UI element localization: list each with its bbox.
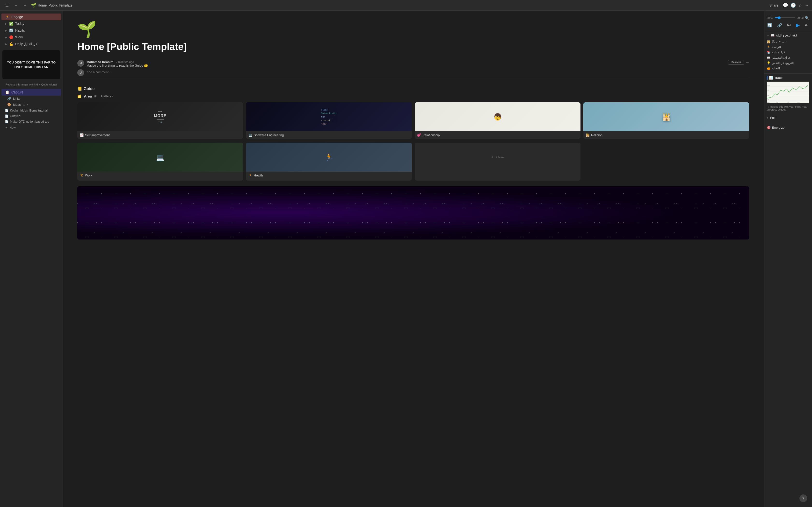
fiqh-emoji: 📖 xyxy=(771,34,774,37)
more-icon[interactable]: ··· xyxy=(805,3,808,8)
audio-next-button[interactable]: ⏭ xyxy=(804,22,809,28)
rpanel-item-riyada[interactable]: 🏃 الرياضة xyxy=(767,44,809,50)
audio-time-end: 00:00 xyxy=(797,16,804,19)
today-label: Today xyxy=(15,22,24,25)
fajr-section: ▶ Fajr xyxy=(764,113,812,123)
new-card-label: + New xyxy=(495,156,504,159)
sidebar-caption: - Replace this image with indify Quote w… xyxy=(0,82,63,89)
audio-refresh-button[interactable]: 🔄 xyxy=(767,22,773,28)
energize-emoji: 🎯 xyxy=(767,126,771,129)
gallery-card-work[interactable]: 💻 🏋️ Work xyxy=(77,143,243,181)
svg-text:Apr: Apr xyxy=(776,101,778,103)
comment-area: M Mohamed Ibrahim 2 minutes ago Maybe th… xyxy=(77,57,749,79)
fajr-arrow-icon: ▶ xyxy=(767,116,769,119)
sidebar-item-habits[interactable]: ▶ 🔄 Habits xyxy=(1,27,61,34)
sidebar-new-button[interactable]: ＋ New xyxy=(0,124,63,131)
rpanel-item-tarwih[interactable]: 💡 الترويح عن النفس xyxy=(767,60,809,66)
card-image-relationship: 👦 xyxy=(415,102,580,131)
sidebar-item-engage[interactable]: 🏃 Engage xyxy=(1,13,61,20)
today-emoji: ✅ xyxy=(9,22,13,25)
guide-section: 📒 Guide 🗂️ Area ⊞ Gallery ▾ DO xyxy=(77,87,749,181)
engage-emoji: 🏃 xyxy=(5,15,9,19)
avatar-author: M xyxy=(77,60,84,67)
sidebar-page-kotlin[interactable]: 📄 Kotlin hidden Gems tutorial xyxy=(0,108,63,113)
back-button[interactable]: ← xyxy=(12,2,19,8)
svg-rect-0 xyxy=(767,82,809,103)
riyada-label: الرياضة xyxy=(772,45,781,49)
track-header: 📊 Track xyxy=(767,76,809,80)
audio-play-button[interactable]: ▶ xyxy=(796,22,800,29)
guide-emoji: 📒 xyxy=(77,87,82,91)
qiraa-takhs-label: قراءة التخصص xyxy=(772,56,790,59)
track-emoji: 📊 xyxy=(769,76,773,80)
new-plus-card-icon: ＋ xyxy=(491,155,495,160)
page-icon-kotlin: 📄 xyxy=(5,109,8,112)
gallery-card-software[interactable]: class MainActivity fun create() "dev" 💻 … xyxy=(246,102,412,139)
card-label-relationship: 💕 Relationship xyxy=(415,131,580,139)
sidebar-page-untitled[interactable]: 📄 Untitled xyxy=(0,113,63,119)
card-emoji-relationship: 💕 xyxy=(417,133,421,137)
track-chart: Jan Apr Jul Oct 100 75 50 25 xyxy=(767,81,809,103)
audio-search-icon[interactable]: 🔍 xyxy=(805,16,809,20)
sidebar-page-gtd[interactable]: 📄 Make GTD notion based tee xyxy=(0,119,63,124)
ideas-icon: ⊞ xyxy=(23,103,25,107)
card-emoji-religion: 🕌 xyxy=(586,133,590,137)
star-icon[interactable]: ☆ xyxy=(798,3,802,8)
sidebar-item-capture[interactable]: 📋 Capture xyxy=(1,89,61,96)
audio-prev-button[interactable]: ⏮ xyxy=(786,22,792,28)
fajr-header[interactable]: ▶ Fajr xyxy=(767,116,809,119)
comment-row: M Mohamed Ibrahim 2 minutes ago Maybe th… xyxy=(77,60,749,67)
more-options-button[interactable]: ··· xyxy=(746,60,749,65)
area-title: Area xyxy=(84,94,92,98)
gallery-card-religion[interactable]: 🕌 🕌 Religion xyxy=(583,102,749,139)
audio-time-row: 00:00 00:00 🔍 xyxy=(767,16,809,20)
gallery-card-relationship[interactable]: 👦 💕 Relationship xyxy=(415,102,580,139)
gallery-card-health[interactable]: 🏃 🏃 Health xyxy=(246,143,412,181)
audio-progress-bar[interactable] xyxy=(775,17,796,18)
page-label-untitled: Untitled xyxy=(10,114,20,118)
track-label: Track xyxy=(774,76,782,80)
engage-label: Engage xyxy=(11,15,23,19)
help-button[interactable]: ? xyxy=(800,495,807,502)
daily-label: Daily أقل القليل xyxy=(15,42,39,46)
ideas-label: Ideas xyxy=(13,103,21,107)
add-comment-input[interactable] xyxy=(87,69,749,75)
space-section xyxy=(77,186,749,239)
sidebar-item-daily[interactable]: ▶ 💪 Daily أقل القليل xyxy=(1,41,61,47)
svg-text:75: 75 xyxy=(767,90,769,91)
rpanel-item-qiraa-amma[interactable]: 📚 قراءة عامة xyxy=(767,50,809,55)
habits-label: Habits xyxy=(15,29,25,32)
share-button[interactable]: Share xyxy=(767,2,780,8)
energize-header[interactable]: 🎯 Energize xyxy=(767,126,809,129)
motivational-box: YOU DIDN'T COME THIS FAR TO ONLY COME TH… xyxy=(2,50,60,79)
comment-icon[interactable]: 💬 xyxy=(783,3,788,8)
sidebar-item-ideas[interactable]: 🎨 Ideas ⊞ ▾ xyxy=(1,102,61,108)
forward-button[interactable]: → xyxy=(22,2,29,8)
sunnan-emoji: 🕌 xyxy=(767,40,770,44)
svg-text:50: 50 xyxy=(767,95,769,96)
sidebar-item-today[interactable]: ▶ ✅ Today xyxy=(1,20,61,27)
svg-text:100: 100 xyxy=(767,85,770,87)
resolve-button[interactable]: Resolve xyxy=(728,60,744,65)
right-panel: 00:00 00:00 🔍 🔄 🔗 ⏮ ▶ ⏭ ▼ 📖 فقه xyxy=(764,11,812,507)
rpanel-item-sunnan[interactable]: 🕌 سنن النبي ﷺ xyxy=(767,39,809,44)
rpanel-fiqh-header[interactable]: ▼ 📖 فقه اليوم والليلة xyxy=(767,34,809,37)
audio-link-button[interactable]: 🔗 xyxy=(777,22,782,28)
card-label-religion: 🕌 Religion xyxy=(583,131,749,139)
gallery-card-self-improvement[interactable]: DO MORE 📱💻 📈 Self-improvement xyxy=(77,102,243,139)
fiqh-chevron-icon: ▼ xyxy=(767,34,769,37)
card-label-work: 🏋️ Work xyxy=(77,172,243,179)
rpanel-item-qiraa-takhs[interactable]: 📖 قراءة التخصص xyxy=(767,55,809,60)
svg-text:Jul: Jul xyxy=(787,101,789,103)
gallery-button[interactable]: Gallery ▾ xyxy=(99,94,115,99)
card-label-self-improvement: 📈 Self-improvement xyxy=(77,131,243,139)
clock-icon[interactable]: 🕐 xyxy=(791,3,796,8)
rpanel-item-takhliya[interactable]: 🍊 التخلية xyxy=(767,66,809,71)
gallery-card-new[interactable]: ＋ + New xyxy=(415,143,580,181)
sidebar-item-work[interactable]: ▶ 🔴 Work xyxy=(1,34,61,41)
page-label-gtd: Make GTD notion based tee xyxy=(10,120,49,123)
sidebar-item-links[interactable]: 🔗 Links xyxy=(1,96,61,102)
card-emoji-software: 💻 xyxy=(248,133,252,137)
comment-content: Mohamed Ibrahim 2 minutes ago Maybe the … xyxy=(87,60,148,67)
menu-button[interactable]: ☰ xyxy=(4,2,10,8)
